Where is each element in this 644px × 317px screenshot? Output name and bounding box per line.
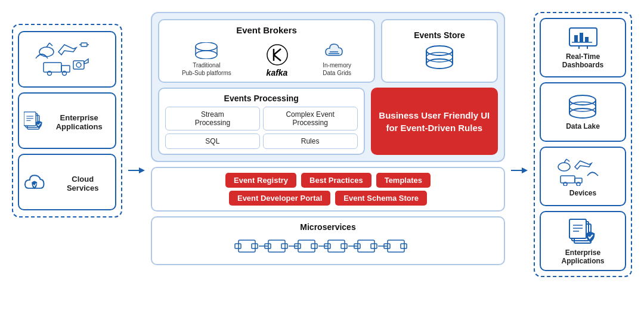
microservices-box: Microservices [151, 216, 505, 265]
processing-row: Events Processing StreamProcessing Compl… [158, 88, 498, 155]
top-section: Event Brokers TraditionalPub-Sub platfor… [151, 12, 505, 162]
right-arrow-container [511, 6, 528, 311]
enterprise-apps-label: Enterprise Applications [48, 113, 110, 131]
svg-point-73 [569, 102, 596, 111]
ep-stream: StreamProcessing [165, 107, 260, 130]
right-column: Real-Time Dashboards Data Lake [534, 6, 632, 311]
events-processing-title: Events Processing [165, 94, 358, 103]
tag-event-registry: Event Registry [225, 173, 296, 188]
right-card-enterprise: Enterprise Applications [540, 211, 626, 271]
left-to-middle-arrow [128, 164, 145, 176]
middle-to-right-arrow [511, 164, 528, 176]
svg-line-27 [274, 49, 281, 55]
pubsub-icon [194, 42, 219, 59]
left-card-cloud: Cloud Services [18, 154, 116, 210]
left-column: Enterprise Applications Cloud Services [12, 6, 122, 311]
left-arrow [128, 6, 145, 311]
right-enterprise-label: Enterprise Applications [546, 248, 620, 265]
event-brokers-row: Event Brokers TraditionalPub-Sub platfor… [158, 19, 498, 83]
right-card-realtime: Real-Time Dashboards [540, 18, 626, 77]
events-store-box: Events Store [381, 19, 498, 83]
event-brokers-box: Event Brokers TraditionalPub-Sub platfor… [158, 19, 375, 83]
svg-marker-20 [139, 167, 145, 173]
events-store-title: Events Store [414, 30, 465, 40]
svg-rect-42 [281, 244, 287, 248]
svg-rect-67 [585, 37, 589, 42]
devices-icon [553, 156, 613, 186]
portal-box: Event Registry Best Practices Templates … [151, 167, 505, 212]
left-card-enterprise: Enterprise Applications [18, 92, 116, 149]
right-card-devices: Devices [540, 147, 626, 206]
tag-schema-store: Event Schema Store [335, 191, 427, 206]
ep-grid: StreamProcessing Complex EventProcessing… [165, 107, 358, 149]
microservices-icons [159, 235, 497, 259]
broker-pubsub: TraditionalPub-Sub platforms [182, 42, 231, 77]
svg-rect-37 [235, 244, 241, 248]
pubsub-label: TraditionalPub-Sub platforms [182, 61, 231, 77]
cloud-services-label: Cloud Services [55, 175, 110, 192]
data-lake-label: Data Lake [566, 122, 600, 130]
broker-inmemory: In-memoryData Grids [323, 40, 351, 77]
svg-rect-3 [81, 43, 87, 46]
svg-rect-10 [73, 61, 84, 69]
realtime-dashboards-label: Real-Time Dashboards [546, 52, 620, 69]
svg-rect-15 [24, 111, 36, 125]
portal-row2: Event Developer Portal Event Schema Stor… [159, 191, 497, 206]
business-ui-text: Business User Friendly UI for Event-Driv… [377, 109, 493, 134]
left-card-iot [18, 31, 116, 88]
svg-rect-66 [580, 33, 583, 42]
svg-point-0 [39, 47, 54, 57]
svg-line-76 [566, 159, 569, 161]
svg-point-11 [76, 63, 81, 67]
svg-rect-54 [371, 244, 377, 248]
events-processing-box: Events Processing StreamProcessing Compl… [158, 88, 365, 155]
svg-point-25 [267, 45, 287, 65]
microservices-title: Microservices [159, 222, 497, 232]
portal-row1: Event Registry Best Practices Templates [159, 173, 497, 188]
svg-rect-77 [561, 176, 575, 183]
svg-rect-6 [44, 63, 61, 72]
svg-point-24 [196, 51, 217, 59]
middle-column: Event Brokers TraditionalPub-Sub platfor… [151, 6, 505, 311]
broker-kafka: kafka [266, 43, 289, 77]
enterprise-apps-icon [24, 106, 43, 136]
svg-rect-65 [574, 35, 578, 42]
svg-marker-60 [522, 167, 528, 173]
svg-rect-83 [569, 219, 586, 238]
svg-point-35 [426, 52, 453, 62]
svg-rect-50 [341, 244, 347, 248]
devices-label: Devices [569, 189, 596, 197]
cloud-services-icon [24, 170, 50, 194]
tag-templates: Templates [376, 173, 431, 188]
svg-line-1 [47, 43, 49, 47]
svg-rect-38 [252, 244, 258, 248]
right-enterprise-icon [568, 217, 598, 245]
realtime-dashboards-icon [568, 27, 598, 49]
inmemory-icon [324, 40, 349, 59]
svg-line-75 [564, 159, 566, 163]
iot-icons [35, 40, 100, 79]
events-store-icon [423, 45, 456, 72]
tag-developer-portal: Event Developer Portal [229, 191, 330, 206]
data-lake-icon [566, 94, 599, 119]
main-diagram: Enterprise Applications Cloud Services [0, 0, 644, 317]
svg-rect-58 [401, 244, 407, 248]
svg-line-28 [274, 55, 281, 61]
svg-rect-46 [311, 244, 317, 248]
kafka-icon [266, 43, 289, 66]
microservices-diagram [233, 235, 423, 259]
svg-point-21 [196, 42, 217, 51]
business-ui-box: Business User Friendly UI for Event-Driv… [371, 88, 499, 155]
ep-sql: SQL [165, 133, 260, 149]
event-brokers-title: Event Brokers [166, 25, 367, 35]
tag-best-practices: Best Practices [301, 173, 371, 188]
right-card-datalake: Data Lake [540, 82, 626, 142]
ep-rules: Rules [263, 133, 358, 149]
ep-complex: Complex EventProcessing [263, 107, 358, 130]
brokers-icons-row: TraditionalPub-Sub platforms [166, 40, 367, 77]
right-targets-box: Real-Time Dashboards Data Lake [534, 12, 632, 277]
left-sources-box: Enterprise Applications Cloud Services [12, 24, 122, 217]
kafka-label: kafka [267, 69, 288, 77]
svg-marker-12 [84, 59, 88, 64]
svg-line-2 [49, 43, 52, 46]
